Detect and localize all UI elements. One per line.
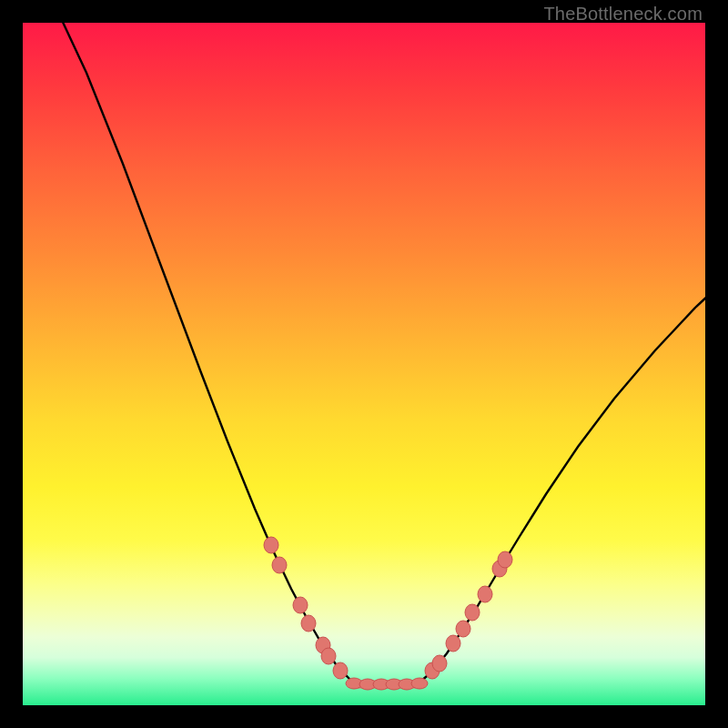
marker-dot — [456, 621, 470, 637]
marker-dot — [411, 678, 428, 689]
marker-dot — [333, 662, 348, 679]
marker-dot — [465, 604, 480, 621]
left-curve — [55, 23, 358, 684]
watermark-text: TheBottleneck.com — [543, 4, 703, 25]
curves-svg — [23, 23, 705, 705]
right-curve — [414, 273, 705, 684]
marker-dot — [272, 557, 287, 573]
marker-group — [264, 537, 512, 690]
chart-frame: TheBottleneck.com — [0, 0, 728, 728]
marker-dot — [478, 586, 492, 602]
marker-dot — [446, 635, 460, 652]
marker-dot — [432, 655, 447, 672]
marker-dot — [264, 537, 278, 553]
marker-dot — [301, 615, 316, 632]
curve-group — [55, 23, 705, 684]
plot-area — [23, 23, 705, 705]
marker-dot — [498, 551, 512, 568]
marker-dot — [293, 597, 308, 613]
marker-dot — [321, 648, 336, 664]
